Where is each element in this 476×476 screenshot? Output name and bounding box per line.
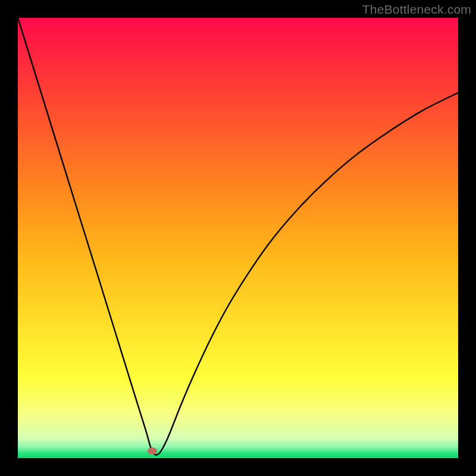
plot-area <box>18 18 458 458</box>
chart-frame: TheBottleneck.com <box>0 0 476 476</box>
bottleneck-curve <box>18 18 458 458</box>
minimum-marker <box>148 447 157 455</box>
watermark-text: TheBottleneck.com <box>362 2 471 17</box>
